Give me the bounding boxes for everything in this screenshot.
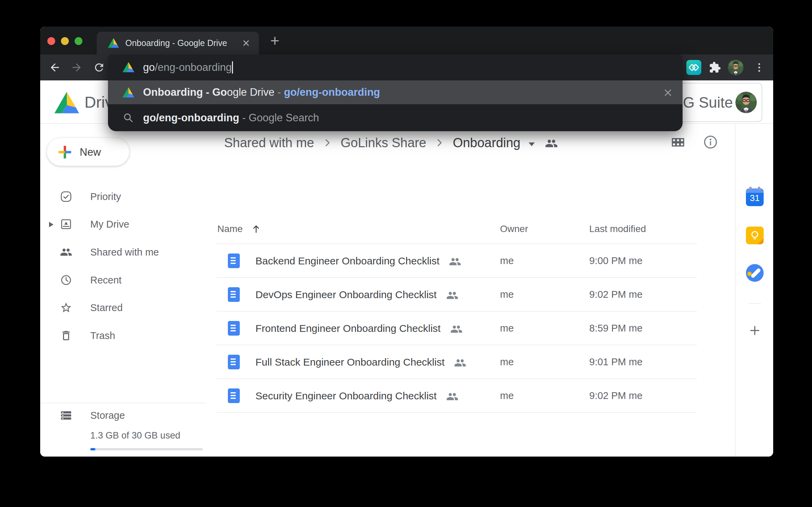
- file-name: Full Stack Engineer Onboarding Checklist: [255, 356, 444, 368]
- sidebar-item-recent[interactable]: Recent: [40, 269, 206, 291]
- omnibox[interactable]: go/eng-onboarding: [108, 55, 683, 80]
- apps-side-rail: 31: [735, 124, 773, 457]
- file-name: DevOps Engineer Onboarding Checklist: [255, 289, 437, 301]
- file-modified: 9:00 PM me: [589, 244, 642, 278]
- browser-tab[interactable]: Onboarding - Google Drive: [97, 32, 259, 55]
- add-addon-plus-icon[interactable]: [748, 324, 762, 337]
- sidebar-item-label: Trash: [90, 324, 115, 347]
- table-header: Name Owner Last modified: [217, 214, 697, 244]
- new-tab-button[interactable]: +: [266, 30, 283, 51]
- golinks-extension-icon[interactable]: [686, 60, 701, 75]
- drive-favicon-icon: [122, 87, 135, 98]
- new-button-label: New: [80, 138, 101, 166]
- google-docs-icon: [228, 287, 240, 302]
- zoom-window-button[interactable]: [75, 37, 82, 45]
- drive-favicon-icon: [122, 62, 135, 73]
- tab-title: Onboarding - Google Drive: [125, 32, 227, 55]
- extensions-puzzle-icon[interactable]: [709, 61, 721, 74]
- shared-indicator-icon: [450, 323, 463, 335]
- suggestion-query: go/eng-onboarding: [143, 112, 239, 124]
- sidebar-item-label: Priority: [90, 185, 121, 208]
- browser-window: Onboarding - Google Drive +: [40, 27, 773, 457]
- sidebar-item-storage[interactable]: Storage: [40, 404, 206, 427]
- file-owner: me: [500, 345, 514, 379]
- suggestion-title-rest: ogle Drive: [227, 86, 275, 98]
- suggestion-url: go/eng-onboarding: [284, 86, 380, 98]
- tab-close-icon[interactable]: [241, 39, 251, 48]
- titlebar: Onboarding - Google Drive +: [40, 27, 773, 55]
- file-name: Security Engineer Onboarding Checklist: [255, 390, 437, 402]
- file-list: Name Owner Last modified Backend Enginee…: [217, 124, 697, 413]
- text-caret: [232, 61, 233, 74]
- file-name: Frontend Engineer Onboarding Checklist: [255, 323, 441, 334]
- suggestion-engine: Google Search: [249, 112, 319, 124]
- remove-suggestion-icon[interactable]: [662, 87, 674, 98]
- back-icon[interactable]: [49, 61, 61, 74]
- sidebar-item-my-drive[interactable]: My Drive: [40, 213, 206, 235]
- file-row[interactable]: DevOps Engineer Onboarding Checklist me …: [217, 278, 697, 311]
- google-docs-icon: [228, 388, 240, 403]
- calendar-icon[interactable]: 31: [746, 188, 764, 206]
- column-header-modified[interactable]: Last modified: [589, 214, 646, 244]
- gsuite-account-box: G Suite: [676, 83, 762, 122]
- file-row[interactable]: Full Stack Engineer Onboarding Checklist…: [217, 345, 697, 379]
- sidebar-item-label: Shared with me: [90, 241, 159, 263]
- file-owner: me: [500, 244, 514, 278]
- sidebar-divider: [40, 403, 206, 403]
- new-button[interactable]: New: [47, 138, 129, 166]
- browser-profile-avatar[interactable]: [728, 60, 744, 75]
- reload-icon[interactable]: [93, 61, 105, 74]
- column-header-name[interactable]: Name: [217, 214, 243, 244]
- storage-icon: [60, 409, 72, 421]
- tasks-icon[interactable]: [746, 264, 764, 282]
- file-row[interactable]: Frontend Engineer Onboarding Checklist m…: [217, 311, 697, 345]
- sort-ascending-icon[interactable]: [251, 224, 262, 234]
- column-header-owner[interactable]: Owner: [500, 214, 528, 244]
- priority-icon: [60, 190, 72, 203]
- file-row[interactable]: Backend Engineer Onboarding Checklist me…: [217, 244, 697, 278]
- search-icon: [122, 112, 135, 124]
- google-docs-icon: [228, 355, 240, 369]
- sidebar-item-starred[interactable]: Starred: [40, 296, 206, 319]
- close-window-button[interactable]: [47, 37, 55, 45]
- info-icon[interactable]: [703, 134, 718, 150]
- sidebar-item-label: Starred: [90, 296, 123, 319]
- drive-favicon-icon: [108, 38, 119, 48]
- keep-icon[interactable]: [746, 227, 764, 244]
- file-name: Backend Engineer Onboarding Checklist: [255, 255, 439, 267]
- suggestion-google-search[interactable]: go/eng-onboarding - Google Search: [108, 104, 683, 131]
- trash-icon: [60, 329, 72, 342]
- browser-menu-icon[interactable]: [755, 61, 764, 74]
- suggestion-drive-result[interactable]: Onboarding - Google Drive - go/eng-onboa…: [108, 80, 683, 104]
- shared-indicator-icon: [454, 357, 466, 369]
- rail-divider: [749, 303, 761, 304]
- file-owner: me: [500, 379, 514, 413]
- sidebar-item-label: Recent: [90, 269, 122, 291]
- file-owner: me: [500, 278, 514, 311]
- google-docs-icon: [228, 253, 240, 268]
- drive-logo-icon[interactable]: [54, 91, 80, 114]
- suggestion-title-match: Onboarding - Go: [143, 86, 227, 98]
- my-drive-icon: [60, 218, 72, 230]
- file-owner: me: [500, 311, 514, 345]
- forward-icon[interactable]: [71, 61, 83, 74]
- sidebar-item-trash[interactable]: Trash: [40, 324, 206, 347]
- minimize-window-button[interactable]: [61, 37, 69, 45]
- multicolor-plus-icon: [58, 145, 72, 159]
- google-docs-icon: [228, 321, 240, 336]
- gsuite-label: G Suite: [683, 83, 733, 121]
- sidebar-item-label: My Drive: [90, 213, 129, 235]
- file-modified: 8:59 PM me: [589, 311, 642, 345]
- storage-progress: [90, 448, 203, 450]
- account-avatar[interactable]: [735, 92, 757, 113]
- expand-arrow-icon[interactable]: [49, 222, 53, 227]
- drive-sidebar: New Priority My Drive: [40, 124, 206, 457]
- shared-indicator-icon: [449, 256, 461, 268]
- desktop: Onboarding - Google Drive +: [0, 0, 812, 507]
- sidebar-item-shared-with-me[interactable]: Shared with me: [40, 241, 206, 263]
- clock-icon: [60, 274, 72, 286]
- omnibox-input[interactable]: go/eng-onboarding: [143, 55, 233, 80]
- sidebar-item-priority[interactable]: Priority: [40, 185, 206, 208]
- file-modified: 9:02 PM me: [589, 278, 642, 311]
- file-row[interactable]: Security Engineer Onboarding Checklist m…: [217, 379, 697, 413]
